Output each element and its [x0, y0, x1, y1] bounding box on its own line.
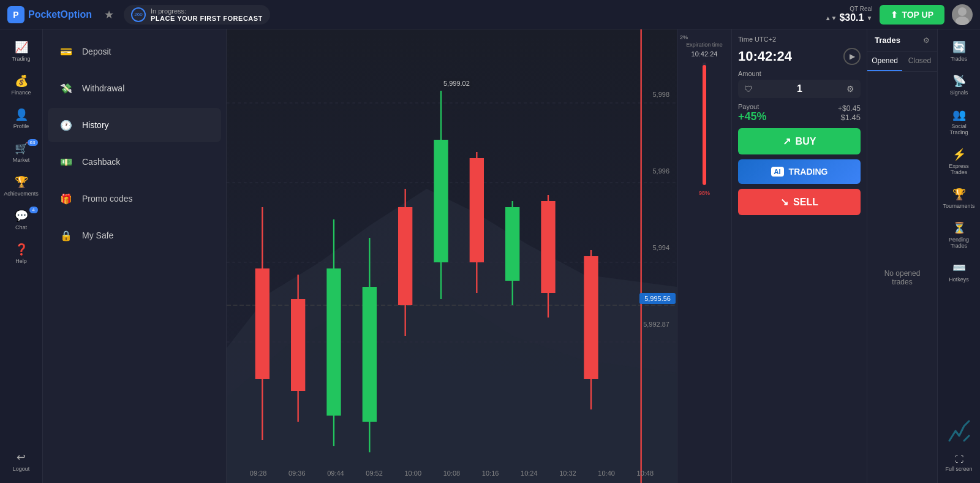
menu-item-cashback[interactable]: 💵 Cashback	[48, 145, 221, 179]
payout-usd-value: $1.45	[838, 113, 861, 122]
sidebar-item-trading[interactable]: 📈 Trading	[2, 36, 40, 67]
ai-icon: AI	[771, 167, 784, 177]
sidebar-item-market[interactable]: 🛒 Market 63	[2, 137, 40, 168]
exp-bottom-pct: 98%	[699, 190, 710, 196]
sidebar-item-chat[interactable]: 💬 Chat 4	[2, 204, 40, 235]
chat-badge: 4	[29, 207, 38, 213]
market-icon: 🛒	[15, 142, 28, 155]
time-1024: 10:24	[521, 470, 538, 477]
sidebar-label-express: Express Trades	[944, 163, 974, 175]
amount-settings-icon[interactable]: ⚙	[846, 84, 854, 94]
sidebar-item-social-trading[interactable]: 👥 Social Trading	[940, 103, 978, 140]
brand-logo-icon	[947, 419, 971, 443]
svg-rect-20	[434, 140, 448, 262]
achievements-icon: 🏆	[15, 175, 28, 189]
logo[interactable]: P PocketOption	[7, 6, 92, 23]
sidebar-label-signals: Signals	[950, 89, 968, 96]
svg-point-0	[958, 7, 967, 16]
history-icon: 🕐	[58, 116, 75, 134]
tab-closed[interactable]: Closed	[902, 51, 937, 71]
buy-arrow-icon: ↗	[783, 135, 791, 147]
price-label-5998: 5,996	[652, 167, 669, 175]
safe-icon: 🔒	[58, 227, 75, 244]
svg-rect-24	[505, 207, 519, 281]
sell-arrow-icon: ↘	[780, 196, 788, 208]
svg-line-30	[964, 436, 969, 441]
sidebar-item-hotkeys[interactable]: ⌨️ Hotkeys	[940, 256, 978, 287]
expiration-bar	[703, 63, 706, 185]
deposit-icon: 💳	[58, 43, 75, 60]
fullscreen-button[interactable]: ⛶ Full screen	[940, 449, 978, 477]
trades-header: Trades ⚙	[867, 29, 937, 51]
chat-icon: 💬	[15, 209, 28, 222]
menu-label-cashback: Cashback	[82, 157, 120, 167]
sidebar-label-help: Help	[15, 258, 27, 264]
sidebar-label-profile: Profile	[13, 123, 29, 129]
menu-item-withdrawal[interactable]: 💸 Withdrawal	[48, 71, 221, 105]
play-button[interactable]: ▶	[843, 48, 861, 65]
trades-gear-icon[interactable]: ⚙	[923, 36, 930, 45]
trades-icon: 🔄	[952, 40, 966, 54]
sidebar-item-signals[interactable]: 📡 Signals	[940, 69, 978, 101]
sidebar-label-achievements: Achievements	[4, 191, 39, 197]
menu-item-promo[interactable]: 🎁 Promo codes	[48, 181, 221, 216]
trades-title: Trades	[875, 36, 900, 45]
time-1032: 10:32	[559, 470, 576, 477]
trading-panel: Time UTC+2 10:42:24 ▶ Amount 🛡 1 ⚙ Payou…	[732, 29, 867, 483]
sidebar-item-pending[interactable]: ⏳ Pending Trades	[940, 216, 978, 254]
progress-circle-icon: 260	[131, 7, 146, 22]
svg-rect-26	[541, 201, 555, 293]
ai-trading-button[interactable]: AI TRADING	[738, 159, 861, 184]
in-progress-label: In progress:	[151, 7, 263, 15]
svg-rect-10	[255, 268, 270, 379]
sidebar-item-express[interactable]: ⚡ Express Trades	[940, 143, 978, 180]
sidebar-item-finance[interactable]: 💰 Finance	[2, 69, 40, 101]
hotkeys-icon: ⌨️	[952, 261, 966, 275]
trades-panel: Trades ⚙ Opened Closed No opened trades	[867, 29, 937, 483]
time-0936: 09:36	[288, 470, 306, 477]
dropdown-panel: 💳 Deposit 💸 Withdrawal 🕐 History 💵 Cashb…	[43, 29, 227, 483]
finance-icon: 💰	[15, 74, 28, 88]
menu-item-history[interactable]: 🕐 History	[48, 108, 221, 142]
time-0944: 09:44	[327, 470, 344, 477]
sidebar-label-finance: Finance	[11, 89, 31, 96]
exp-top-pct: 2%	[680, 34, 688, 40]
menu-label-safe: My Safe	[82, 230, 113, 240]
sidebar-item-help[interactable]: ❓ Help	[2, 238, 40, 269]
main-layout: 📈 Trading 💰 Finance 👤 Profile 🛒 Market 6…	[0, 29, 980, 483]
buy-button[interactable]: ↗ BUY	[738, 128, 861, 154]
menu-item-safe[interactable]: 🔒 My Safe	[48, 218, 221, 253]
avatar[interactable]	[952, 4, 973, 25]
sidebar-label-chat: Chat	[15, 224, 27, 230]
time-1016: 10:16	[482, 470, 499, 477]
sidebar-item-trades[interactable]: 🔄 Trades	[940, 36, 978, 67]
topup-button[interactable]: ⬆ TOP UP	[880, 5, 944, 25]
sidebar-label-fullscreen: Full screen	[945, 466, 972, 472]
help-icon: ❓	[15, 243, 28, 256]
logout-icon: ↩	[17, 451, 26, 464]
sidebar-label-hotkeys: Hotkeys	[949, 276, 969, 283]
sidebar-item-achievements[interactable]: 🏆 Achievements	[2, 170, 40, 202]
progress-badge: 260 In progress: PLACE YOUR FIRST FORECA…	[124, 5, 270, 25]
sidebar-label-tournaments: Tournaments	[943, 203, 974, 209]
sidebar-label-trading: Trading	[12, 56, 30, 62]
sidebar-item-logout[interactable]: ↩ Logout	[2, 446, 40, 477]
balance-dropdown-icon[interactable]: ▼	[866, 15, 872, 21]
svg-rect-22	[470, 158, 484, 262]
market-badge: 63	[28, 139, 38, 146]
time-1048: 10:48	[637, 470, 654, 477]
sidebar-item-tournaments[interactable]: 🏆 Tournaments	[940, 183, 978, 214]
tab-opened[interactable]: Opened	[867, 51, 902, 71]
menu-item-deposit[interactable]: 💳 Deposit	[48, 34, 221, 69]
sell-button[interactable]: ↘ SELL	[738, 189, 861, 215]
amount-label: Amount	[738, 70, 861, 77]
amount-row: 🛡 1 ⚙	[738, 80, 861, 98]
right-sidebar: 🔄 Trades 📡 Signals 👥 Social Trading ⚡ Ex…	[937, 29, 980, 483]
svg-rect-14	[326, 268, 341, 416]
expiration-time: 10:42:24	[692, 50, 718, 58]
express-trades-icon: ⚡	[952, 148, 966, 161]
favorite-icon[interactable]: ★	[104, 8, 114, 21]
sidebar-label-social-trading: Social Trading	[944, 123, 974, 135]
svg-rect-16	[363, 287, 377, 422]
sidebar-item-profile[interactable]: 👤 Profile	[2, 103, 40, 134]
